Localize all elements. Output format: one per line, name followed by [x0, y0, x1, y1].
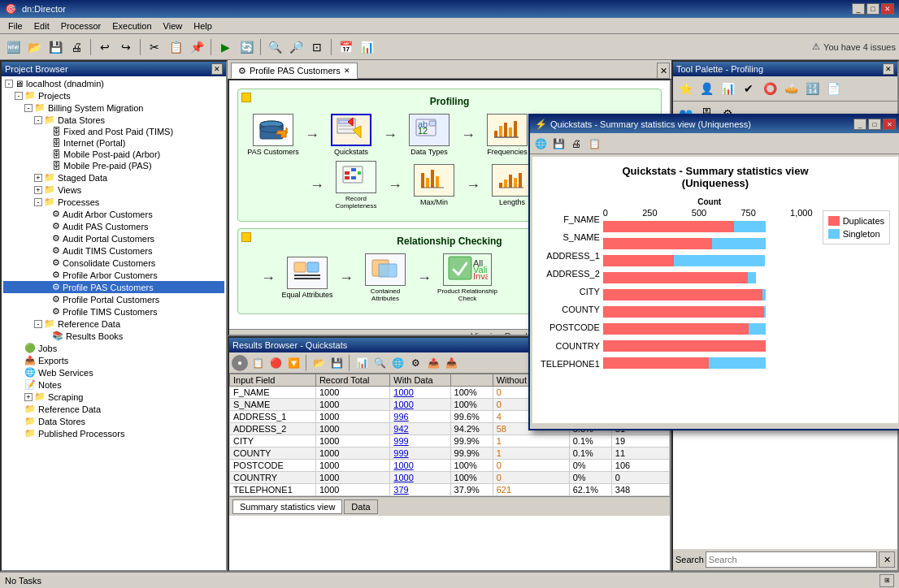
tree-item-audit-arbor[interactable]: ⚙ Audit Arbor Customers [3, 208, 224, 220]
menu-view[interactable]: View [159, 19, 188, 32]
tree-item-datastores-top[interactable]: 📁 Data Stores [3, 415, 224, 427]
rb-btn-2[interactable]: 📋 [250, 355, 266, 371]
node-record-completeness[interactable]: Record Completeness [328, 161, 384, 210]
popup-tb-4[interactable]: 📋 [586, 136, 602, 152]
expand-staged[interactable]: + [34, 174, 42, 182]
search-clear-button[interactable]: ✕ [879, 551, 895, 568]
tp-circle-btn[interactable]: ⭕ [760, 79, 780, 98]
close-button[interactable]: ✕ [881, 3, 894, 15]
zoom-out-button[interactable]: 🔎 [286, 37, 306, 57]
tree-item-refdata-top[interactable]: 📁 Reference Data [3, 403, 224, 415]
tree-item-profile-portal[interactable]: ⚙ Profile Portal Customers [3, 293, 224, 305]
cut-button[interactable]: ✂ [145, 37, 164, 57]
rb-btn-12[interactable]: 📥 [443, 355, 459, 371]
rb-btn-8[interactable]: 🔍 [371, 355, 388, 371]
tree-item-refdata-billing[interactable]: - 📁 Reference Data [3, 318, 224, 330]
tree-item-billing[interactable]: - 📁 Billing System Migration [3, 102, 224, 114]
tree-item-audit-tims[interactable]: ⚙ Audit TIMS Customers [3, 244, 224, 257]
node-pas-customers[interactable]: PAS Customers [245, 114, 302, 156]
tree-item-views[interactable]: + 📁 Views [3, 184, 224, 196]
tp-check-btn[interactable]: ✔ [739, 79, 758, 98]
popup-tb-2[interactable]: 💾 [550, 136, 567, 152]
node-product-rel[interactable]: All Valid Invalid Product Relationship C… [435, 253, 500, 302]
tree-item-results-books[interactable]: 📚 Results Books [3, 330, 224, 342]
popup-tb-1[interactable]: 🌐 [532, 136, 549, 152]
expand-datastores[interactable]: - [34, 116, 42, 124]
tree-item-audit-portal[interactable]: ⚙ Audit Portal Customers [3, 232, 224, 244]
tree-item-consolidate[interactable]: ⚙ Consolidate Customers [3, 257, 224, 269]
tree-item-webservices[interactable]: 🌐 Web Services [3, 366, 224, 378]
tree-item-mobile-post[interactable]: 🗄 Mobile Post-paid (Arbor) [3, 149, 224, 160]
node-maxmin[interactable]: Max/Min [406, 164, 463, 206]
tree-item-profile-pas[interactable]: ⚙ Profile PAS Customers [3, 281, 224, 293]
expand-processes[interactable]: - [34, 198, 42, 206]
copy-button[interactable]: 📋 [166, 37, 185, 57]
status-resize-btn[interactable]: ⊞ [879, 574, 894, 587]
tp-calc-btn[interactable]: 🔢 [802, 79, 822, 98]
rb-btn-4[interactable]: 🔽 [285, 355, 302, 371]
rb-btn-1[interactable]: ● [232, 355, 248, 371]
minimize-profiling[interactable] [241, 93, 251, 102]
rb-btn-5[interactable]: 📂 [311, 355, 327, 371]
rb-btn-9[interactable]: 🌐 [389, 355, 406, 371]
rb-btn-7[interactable]: 📊 [354, 355, 370, 371]
maximize-button[interactable]: □ [866, 3, 879, 15]
tab-summary-stats[interactable]: Summary statistics view [232, 499, 342, 514]
stop-button[interactable]: 🔄 [237, 37, 256, 57]
rb-btn-10[interactable]: ⚙ [407, 355, 423, 371]
tp-pie-btn[interactable]: 🥧 [781, 79, 801, 98]
search-input[interactable] [706, 551, 877, 568]
rb-btn-6[interactable]: 💾 [328, 355, 345, 371]
tab-close-button[interactable]: ✕ [344, 67, 350, 75]
open-button[interactable]: 📂 [24, 37, 44, 57]
tree-item-exports[interactable]: 📤 Exports [3, 354, 224, 366]
expand-views[interactable]: + [34, 186, 42, 194]
popup-tb-3[interactable]: 🖨 [568, 136, 584, 152]
results-button[interactable]: 📊 [357, 37, 376, 57]
save-button[interactable]: 💾 [46, 37, 65, 57]
tab-data[interactable]: Data [344, 499, 377, 514]
node-frequencies[interactable]: Frequencies [479, 114, 536, 156]
tp-person-btn[interactable]: 👤 [697, 79, 716, 98]
tree-item-audit-pas[interactable]: ⚙ Audit PAS Customers [3, 220, 224, 232]
tree-item-scraping[interactable]: + 📁 Scraping [3, 391, 224, 403]
tree-item-processes[interactable]: - 📁 Processes [3, 196, 224, 208]
project-tree[interactable]: - 🖥 localhost (dnadmin) - 📁 Projects - 📁… [2, 76, 226, 570]
tp-doc-btn[interactable]: 📄 [823, 79, 843, 98]
tree-item-projects[interactable]: - 📁 Projects [3, 89, 224, 102]
tree-item-root[interactable]: - 🖥 localhost (dnadmin) [3, 78, 224, 89]
menu-edit[interactable]: Edit [29, 19, 54, 32]
expand-root[interactable]: - [5, 80, 13, 88]
run-button[interactable]: ▶ [215, 37, 235, 57]
tree-item-mobile-pre[interactable]: 🗄 Mobile Pre-paid (PAS) [3, 160, 224, 171]
minimize-button[interactable]: _ [852, 3, 865, 15]
menu-execution[interactable]: Execution [107, 19, 156, 32]
tree-item-fixed[interactable]: 🗄 Fixed and Post Paid (TIMS) [3, 126, 224, 137]
popup-minimize-btn[interactable]: _ [853, 119, 866, 130]
project-browser-close[interactable]: ✕ [211, 63, 223, 75]
menu-help[interactable]: Help [189, 19, 217, 32]
tree-item-profile-tims[interactable]: ⚙ Profile TIMS Customers [3, 305, 224, 318]
node-contained-attrs[interactable]: Contained Attributes [357, 253, 414, 302]
properties-button[interactable]: 📅 [336, 37, 355, 57]
tool-palette-close[interactable]: ✕ [883, 63, 894, 75]
tree-item-jobs[interactable]: 🟢 Jobs [3, 342, 224, 354]
redo-button[interactable]: ↪ [116, 37, 136, 57]
menu-processor[interactable]: Processor [56, 19, 106, 32]
tree-item-published[interactable]: 📁 Published Processors [3, 427, 224, 439]
zoom-fit-button[interactable]: ⊡ [307, 37, 327, 57]
popup-maximize-btn[interactable]: □ [868, 119, 881, 130]
tab-profile-pas[interactable]: ⚙ Profile PAS Customers ✕ [231, 63, 358, 79]
node-equal-attrs[interactable]: Equal Attributes [279, 257, 336, 299]
rb-btn-11[interactable]: 📤 [425, 355, 441, 371]
close-canvas-button[interactable]: ✕ [657, 63, 670, 79]
node-quickstats[interactable]: Quickstats [323, 114, 380, 156]
print-button[interactable]: 🖨 [67, 37, 86, 57]
minimize-relationship[interactable] [241, 232, 251, 242]
menu-file[interactable]: File [3, 19, 28, 32]
paste-button[interactable]: 📌 [187, 37, 206, 57]
tp-chart-btn[interactable]: 📊 [718, 79, 737, 98]
tree-item-profile-arbor[interactable]: ⚙ Profile Arbor Customers [3, 269, 224, 281]
expand-billing[interactable]: - [24, 104, 33, 112]
tree-item-notes[interactable]: 📝 Notes [3, 378, 224, 391]
